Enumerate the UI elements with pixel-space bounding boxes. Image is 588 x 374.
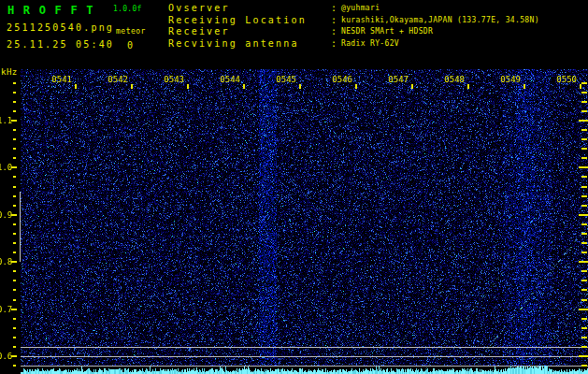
time-tick-label: 0542 <box>103 76 128 84</box>
station-info-separator: : <box>331 26 341 36</box>
freq-major-tick <box>11 120 17 122</box>
freq-major-tick <box>11 166 17 168</box>
freq-minor-tick-right <box>581 280 587 281</box>
station-info-block: Ovserver:@yuhmariReceiving Location:kura… <box>168 3 539 50</box>
meteor-count-value: 0 <box>120 40 140 50</box>
freq-minor-tick <box>13 129 16 131</box>
freq-minor-tick <box>13 101 16 103</box>
freq-minor-tick-right <box>581 186 587 188</box>
freq-minor-tick <box>13 157 16 159</box>
freq-minor-tick-right <box>581 318 587 320</box>
freq-minor-tick <box>13 138 16 140</box>
time-tick <box>411 84 413 89</box>
freq-minor-tick-right <box>581 110 587 112</box>
time-tick-label: 0549 <box>495 76 521 84</box>
time-tick-label: 0547 <box>383 76 409 84</box>
freq-minor-tick-right <box>581 157 587 159</box>
freq-minor-tick <box>13 299 16 301</box>
freq-major-tick <box>11 355 17 357</box>
station-info-value: Radix RY-62V <box>341 38 399 48</box>
time-tick <box>580 84 581 89</box>
station-info-row: Receiving Location:kurashiki,Okayama,JAP… <box>168 15 539 27</box>
app-title: H R O F F T <box>7 4 94 17</box>
freq-minor-tick <box>13 186 16 188</box>
freq-major-tick <box>11 309 17 310</box>
spectrogram-canvas <box>21 69 588 374</box>
station-info-separator: : <box>331 3 341 13</box>
time-tick-label: 0543 <box>159 76 184 84</box>
freq-minor-tick <box>13 205 16 207</box>
station-info-value: @yuhmari <box>341 3 380 12</box>
freq-minor-tick-right <box>581 138 587 140</box>
station-info-label: Recviving antenna <box>168 38 331 49</box>
freq-minor-tick-right <box>581 101 587 103</box>
freq-minor-tick <box>13 270 16 272</box>
freq-minor-tick-right <box>581 176 587 178</box>
time-tick <box>187 84 189 89</box>
freq-major-tick-right <box>579 261 588 263</box>
freq-minor-tick <box>13 346 16 348</box>
freq-minor-tick-right <box>581 205 587 207</box>
freq-axis-unit-label: kHz <box>1 67 18 77</box>
freq-major-tick-right <box>579 355 588 357</box>
app-version: 1.0.0f <box>113 5 142 13</box>
freq-minor-tick-right <box>581 148 587 150</box>
freq-minor-tick <box>13 337 16 338</box>
freq-minor-tick-right <box>581 252 587 253</box>
station-info-label: Receiver <box>168 26 331 36</box>
freq-minor-tick <box>13 82 16 84</box>
time-tick <box>243 84 245 89</box>
time-tick-label: 0545 <box>271 76 296 84</box>
freq-minor-tick <box>13 110 16 112</box>
time-tick <box>299 84 301 89</box>
time-tick-label: 0548 <box>439 76 465 84</box>
freq-minor-tick-right <box>581 299 587 301</box>
station-info-row: Ovserver:@yuhmari <box>168 3 539 15</box>
time-tick-label: 0541 <box>47 76 72 84</box>
time-tick <box>75 84 77 89</box>
freq-tick-label: 1.1 <box>0 116 11 125</box>
freq-minor-tick-right <box>581 365 587 367</box>
freq-minor-tick-right <box>581 82 587 84</box>
freq-tick-label: 0.9 <box>0 210 11 220</box>
output-filename: 2511250540.png <box>7 22 114 33</box>
freq-minor-tick-right <box>581 337 587 338</box>
freq-minor-tick-right <box>581 129 587 131</box>
time-tick <box>523 84 525 89</box>
freq-minor-tick-right <box>581 270 587 272</box>
station-info-label: Ovserver <box>168 3 331 13</box>
freq-minor-tick <box>13 242 16 244</box>
freq-minor-tick <box>13 365 16 367</box>
freq-tick-label: 0.8 <box>0 257 11 266</box>
time-tick-label: 0544 <box>215 76 240 84</box>
freq-minor-tick <box>13 280 16 281</box>
freq-minor-tick-right <box>581 195 587 197</box>
freq-major-tick-right <box>579 214 588 216</box>
freq-minor-tick <box>13 327 16 329</box>
freq-minor-tick-right <box>581 242 587 244</box>
hrofft-output-image: H R O F F T 1.0.0f 2511250540.png meteor… <box>0 0 588 374</box>
freq-minor-tick <box>13 289 16 291</box>
freq-tick-label: 1.0 <box>0 163 11 172</box>
freq-tick-label: 0.6 <box>0 352 11 361</box>
station-info-value: kurashiki,Okayama,JAPAN (133.77E, 34.58N… <box>341 15 539 24</box>
freq-minor-tick <box>13 318 16 320</box>
time-tick-label: 0546 <box>327 76 352 84</box>
time-tick <box>467 84 469 89</box>
freq-minor-tick <box>13 176 16 178</box>
station-info-label: Receiving Location <box>168 15 331 25</box>
freq-minor-tick-right <box>581 233 587 235</box>
freq-minor-tick <box>13 148 16 150</box>
detection-band-marker-line <box>20 192 21 262</box>
freq-major-tick-right <box>579 309 588 310</box>
time-tick <box>355 84 357 89</box>
observation-timestamp: 25.11.25 05:40 <box>7 39 114 50</box>
freq-minor-tick-right <box>581 346 587 348</box>
freq-minor-tick-right <box>581 92 587 94</box>
freq-minor-tick-right <box>581 289 587 291</box>
freq-major-tick <box>11 214 17 216</box>
station-info-row: Receiver:NESDR SMArt + HDSDR <box>168 26 539 38</box>
freq-tick-label: 0.7 <box>0 305 11 314</box>
station-info-value: NESDR SMArt + HDSDR <box>341 26 433 36</box>
freq-major-tick-right <box>579 120 588 122</box>
